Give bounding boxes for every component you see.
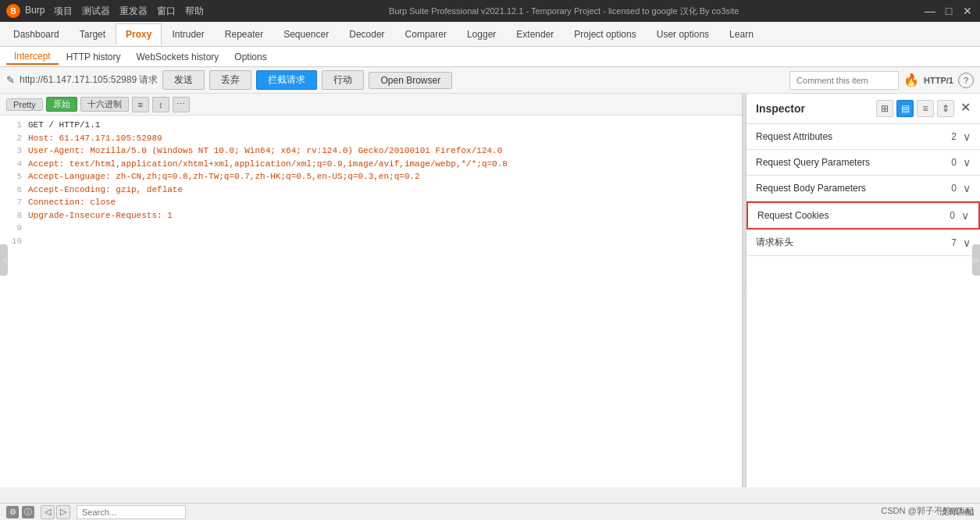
expand-icon-1: ∨ <box>963 156 971 169</box>
inspector-title: Inspector <box>756 102 805 115</box>
wrap-icon[interactable]: ≡ <box>132 97 149 112</box>
status-icons: ⚙ ⓘ <box>6 506 34 518</box>
open-browser-button[interactable]: Open Browser <box>369 72 452 89</box>
close-button[interactable]: ✕ <box>961 5 974 17</box>
expand-icon-3: ∨ <box>961 209 969 222</box>
menu-window[interactable]: 窗口 <box>157 5 176 18</box>
inspector-align-btn[interactable]: ≡ <box>917 100 934 117</box>
action-button[interactable]: 行动 <box>322 70 364 90</box>
inspector-request-attributes[interactable]: Request Attributes 2 ∨ <box>747 124 980 150</box>
inspector-view-btn-2[interactable]: ▤ <box>896 100 914 117</box>
send-button[interactable]: 发送 <box>162 70 205 90</box>
title-bar: B Burp 项目 测试器 重发器 窗口 帮助 Burp Suite Profe… <box>0 0 980 22</box>
intercept-toolbar: ✎ http://61.147.171.105:52989 请求 发送 丢弃 拦… <box>0 67 980 94</box>
status-bar: ⚙ ⓘ ◁ ▷ 没有匹配 CSDN @郭子不想改bug <box>0 503 980 520</box>
intercept-button[interactable]: 拦截请求 <box>256 70 317 90</box>
flame-icon: 🔥 <box>903 73 919 87</box>
tab-logger[interactable]: Logger <box>457 23 506 45</box>
code-line-1: 1 GET / HTTP/1.1 <box>6 119 736 132</box>
inspector-header: Inspector ⊞ ▤ ≡ ⇕ ✕ <box>747 94 980 124</box>
nav-arrows: ◁ ▷ <box>41 505 70 519</box>
tab-user-options[interactable]: User options <box>647 23 719 45</box>
main-content: Pretty 原始 十六进制 ≡ ↕ ⋯ 1 GET / HTTP/1.1 2 … <box>0 94 980 487</box>
code-line-4: 4 Accept: text/html,application/xhtml+xm… <box>6 158 736 171</box>
back-arrow[interactable]: ◁ <box>41 505 55 519</box>
tab-extender[interactable]: Extender <box>506 23 564 45</box>
request-editor: Pretty 原始 十六进制 ≡ ↕ ⋯ 1 GET / HTTP/1.1 2 … <box>0 94 743 487</box>
inspector-request-cookies[interactable]: Request Cookies 0 ∨ <box>747 201 980 230</box>
expand-icon-0: ∨ <box>963 130 971 143</box>
code-line-10: 10 <box>6 235 736 248</box>
edit-icon: ✎ <box>6 74 15 86</box>
more-icon[interactable]: ⋯ <box>173 97 190 112</box>
discard-button[interactable]: 丢弃 <box>209 70 251 90</box>
inspector-collapse-btn[interactable]: ⇕ <box>937 100 954 117</box>
inspector-request-headers[interactable]: 请求标头 7 ∨ <box>747 230 980 256</box>
tab-repeater[interactable]: Repeater <box>215 23 273 45</box>
code-editor: 1 GET / HTTP/1.1 2 Host: 61.147.171.105:… <box>0 116 742 487</box>
format-toolbar: Pretty 原始 十六进制 ≡ ↕ ⋯ <box>0 94 742 116</box>
tab-sequencer[interactable]: Sequencer <box>273 23 339 45</box>
subtab-websockets[interactable]: WebSockets history <box>129 50 227 64</box>
http-version-badge: HTTP/1 <box>924 76 953 85</box>
code-line-5: 5 Accept-Language: zh-CN,zh;q=0.8,zh-TW;… <box>6 170 736 183</box>
menu-project[interactable]: 项目 <box>54 5 73 18</box>
sort-icon[interactable]: ↕ <box>152 97 169 112</box>
left-side-arrow[interactable]: ◁ <box>0 244 8 276</box>
url-display: http://61.147.171.105:52989 请求 <box>20 73 158 87</box>
hex-button[interactable]: 十六进制 <box>80 97 129 112</box>
tab-intruder[interactable]: Intruder <box>162 23 214 45</box>
maximize-button[interactable]: □ <box>943 5 955 17</box>
tab-target[interactable]: Target <box>69 23 116 45</box>
code-line-2: 2 Host: 61.147.171.105:52989 <box>6 132 736 145</box>
inspector-close-button[interactable]: ✕ <box>960 100 971 117</box>
code-line-7: 7 Connection: close <box>6 196 736 209</box>
menu-resend[interactable]: 重发器 <box>119 5 148 18</box>
subtab-intercept[interactable]: Intercept <box>6 49 59 65</box>
minimize-button[interactable]: — <box>924 5 936 17</box>
subtab-options[interactable]: Options <box>226 50 274 64</box>
help-button[interactable]: ? <box>958 73 974 88</box>
inspector-controls: ⊞ ▤ ≡ ⇕ ✕ <box>876 100 971 117</box>
tab-learn[interactable]: Learn <box>719 23 764 45</box>
inspector-panel: Inspector ⊞ ▤ ≡ ⇕ ✕ Request Attributes 2… <box>746 94 980 487</box>
raw-button[interactable]: 原始 <box>46 97 77 112</box>
tab-dashboard[interactable]: Dashboard <box>3 23 69 45</box>
menu-burp[interactable]: Burp <box>25 5 45 18</box>
window-controls: — □ ✕ <box>924 5 974 17</box>
menu-bar: Burp 项目 测试器 重发器 窗口 帮助 <box>25 5 204 18</box>
inspector-body-params[interactable]: Request Body Parameters 0 ∨ <box>747 176 980 201</box>
tab-decoder[interactable]: Decoder <box>339 23 394 45</box>
comment-input[interactable] <box>789 71 899 90</box>
forward-arrow[interactable]: ▷ <box>56 505 70 519</box>
tab-comparer[interactable]: Comparer <box>395 23 457 45</box>
inspector-view-btn-1[interactable]: ⊞ <box>876 100 893 117</box>
csdn-badge: CSDN @郭子不想改bug <box>881 505 974 517</box>
settings-icon[interactable]: ⚙ <box>6 506 19 518</box>
window-title: Burp Suite Professional v2021.12.1 - Tem… <box>204 5 924 17</box>
title-bar-left: B Burp 项目 测试器 重发器 窗口 帮助 <box>6 4 204 18</box>
info-icon[interactable]: ⓘ <box>22 506 34 518</box>
menu-help[interactable]: 帮助 <box>185 5 204 18</box>
code-line-8: 8 Upgrade-Insecure-Requests: 1 <box>6 209 736 223</box>
inspector-query-params[interactable]: Request Query Parameters 0 ∨ <box>747 150 980 176</box>
search-input[interactable] <box>77 505 186 519</box>
code-line-3: 3 User-Agent: Mozilla/5.0 (Windows NT 10… <box>6 144 736 158</box>
expand-icon-4: ∨ <box>963 237 971 249</box>
right-side-arrow[interactable]: ▷ <box>972 244 980 276</box>
proxy-subtabs: Intercept HTTP history WebSockets histor… <box>0 47 980 67</box>
main-nav: Dashboard Target Proxy Intruder Repeater… <box>0 22 980 47</box>
pretty-button[interactable]: Pretty <box>6 98 43 111</box>
tab-proxy[interactable]: Proxy <box>116 23 162 45</box>
tab-project-options[interactable]: Project options <box>564 23 646 45</box>
expand-icon-2: ∨ <box>963 182 971 194</box>
code-line-9: 9 <box>6 222 736 235</box>
menu-test[interactable]: 测试器 <box>82 5 110 18</box>
subtab-http-history[interactable]: HTTP history <box>59 50 129 64</box>
code-line-6: 6 Accept-Encoding: gzip, deflate <box>6 183 736 197</box>
burp-logo: B <box>6 4 20 18</box>
